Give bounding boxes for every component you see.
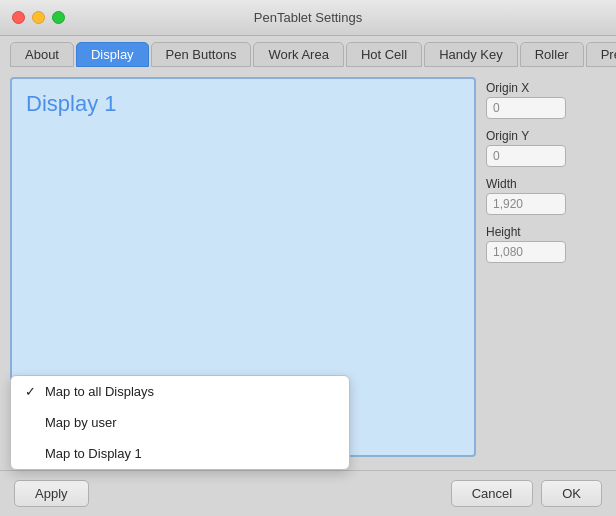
btn-right-group: Cancel OK — [451, 480, 602, 507]
tab-handy-key[interactable]: Handy Key — [424, 42, 518, 67]
dropdown-item-display1-label: Map to Display 1 — [45, 446, 142, 461]
dropdown-item-display1[interactable]: Map to Display 1 — [11, 438, 349, 469]
tabs-bar: About Display Pen Buttons Work Area Hot … — [0, 36, 616, 67]
dropdown-item-all-label: Map to all Displays — [45, 384, 154, 399]
right-panel: Origin X Origin Y Width Height — [486, 77, 606, 457]
origin-x-group: Origin X — [486, 81, 606, 119]
cancel-button[interactable]: Cancel — [451, 480, 533, 507]
maximize-button[interactable] — [52, 11, 65, 24]
origin-y-input[interactable] — [486, 145, 566, 167]
close-button[interactable] — [12, 11, 25, 24]
dropdown-item-user-label: Map by user — [45, 415, 117, 430]
origin-y-group: Origin Y — [486, 129, 606, 167]
tab-roller[interactable]: Roller — [520, 42, 584, 67]
tab-pressure[interactable]: Pressure — [586, 42, 616, 67]
tab-work-area[interactable]: Work Area — [253, 42, 343, 67]
title-bar: PenTablet Settings — [0, 0, 616, 36]
width-group: Width — [486, 177, 606, 215]
origin-x-label: Origin X — [486, 81, 606, 95]
ok-button[interactable]: OK — [541, 480, 602, 507]
window-controls — [12, 11, 65, 24]
window-title: PenTablet Settings — [254, 10, 362, 25]
display-label: Display 1 — [26, 91, 116, 117]
dropdown-item-user[interactable]: Map by user — [11, 407, 349, 438]
width-input[interactable] — [486, 193, 566, 215]
origin-y-label: Origin Y — [486, 129, 606, 143]
map-dropdown: ✓ Map to all Displays Map by user Map to… — [10, 375, 350, 470]
bottom-bar: Apply Cancel OK — [0, 470, 616, 516]
height-group: Height — [486, 225, 606, 263]
width-label: Width — [486, 177, 606, 191]
tab-pen-buttons[interactable]: Pen Buttons — [151, 42, 252, 67]
tab-hot-cell[interactable]: Hot Cell — [346, 42, 422, 67]
checkmark-all: ✓ — [25, 384, 39, 399]
height-label: Height — [486, 225, 606, 239]
dropdown-item-all[interactable]: ✓ Map to all Displays — [11, 376, 349, 407]
height-input[interactable] — [486, 241, 566, 263]
apply-button[interactable]: Apply — [14, 480, 89, 507]
origin-x-input[interactable] — [486, 97, 566, 119]
minimize-button[interactable] — [32, 11, 45, 24]
tab-about[interactable]: About — [10, 42, 74, 67]
tab-display[interactable]: Display — [76, 42, 149, 67]
